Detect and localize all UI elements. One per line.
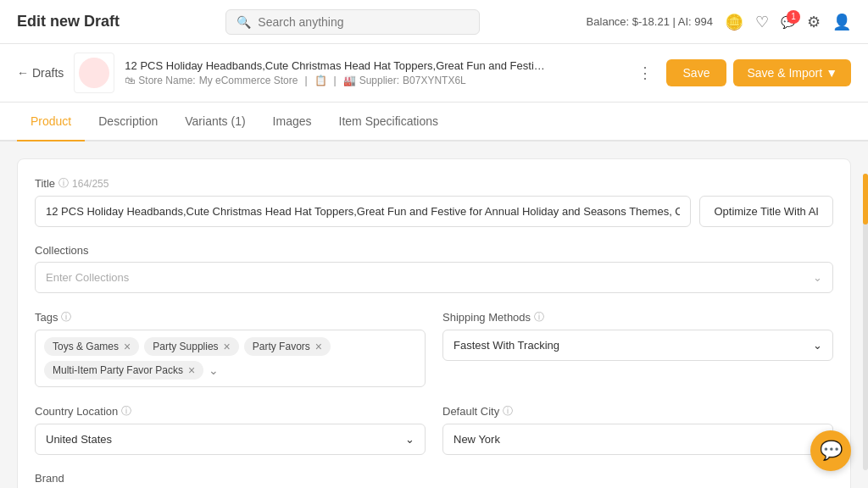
tag-multi-item: Multi-Item Party Favor Packs × — [44, 361, 203, 380]
supplier-id: B07XYNTX6L — [403, 75, 466, 86]
balance-text: Balance: $-18.21 | AI: 994 — [587, 15, 713, 28]
tag-label: Party Favors — [253, 341, 310, 352]
scroll-thumb[interactable] — [863, 174, 868, 225]
tags-group: Tags ⓘ Toys & Games × Party Supplies × P… — [35, 310, 426, 387]
search-icon: 🔍 — [236, 15, 251, 29]
city-group: Default City ⓘ — [442, 404, 833, 455]
header: Edit new Draft 🔍 Balance: $-18.21 | AI: … — [0, 0, 868, 44]
notification-count: 1 — [787, 10, 800, 24]
title-row: Optimize Title With AI — [35, 196, 833, 227]
city-input[interactable] — [442, 424, 833, 455]
title-info-icon: ⓘ — [58, 176, 69, 191]
country-select[interactable]: United States ⌄ — [35, 424, 426, 455]
tag-label: Party Supplies — [153, 341, 218, 352]
page-title: Edit new Draft — [17, 13, 120, 30]
tab-product[interactable]: Product — [17, 103, 85, 141]
collections-input[interactable]: Enter Collections ⌄ — [35, 262, 833, 293]
search-bar[interactable]: 🔍 — [225, 9, 480, 35]
tag-remove-button[interactable]: × — [188, 364, 195, 376]
chevron-down-icon: ⌄ — [813, 339, 822, 352]
user-icon[interactable]: 👤 — [832, 13, 851, 31]
country-label-row: Country Location ⓘ — [35, 404, 426, 419]
copy-icon[interactable]: 📋 — [314, 75, 327, 86]
store-info: 🛍 Store Name: My eCommerce Store — [125, 75, 298, 86]
shipping-info-icon: ⓘ — [534, 310, 544, 324]
meta-divider: | — [304, 75, 307, 86]
chevron-down-icon: ⌄ — [813, 271, 822, 284]
city-label-row: Default City ⓘ — [442, 404, 833, 419]
country-city-row: Country Location ⓘ United States ⌄ Defau… — [35, 404, 833, 472]
tags-container[interactable]: Toys & Games × Party Supplies × Party Fa… — [35, 330, 426, 387]
country-group: Country Location ⓘ United States ⌄ — [35, 404, 426, 455]
svg-point-0 — [79, 58, 109, 88]
product-form: Title ⓘ 164/255 Optimize Title With AI C… — [17, 158, 851, 488]
header-left: Edit new Draft — [17, 13, 120, 30]
city-label: Default City — [442, 405, 499, 418]
scrollbar[interactable] — [863, 174, 868, 470]
credit-icon[interactable]: 🪙 — [725, 13, 743, 31]
tag-remove-button[interactable]: × — [224, 341, 231, 352]
tags-info-icon: ⓘ — [61, 310, 71, 324]
tag-label: Toys & Games — [53, 341, 119, 352]
more-options-button[interactable]: ⋮ — [631, 60, 659, 86]
brand-label: Brand — [35, 472, 833, 485]
optimize-title-button[interactable]: Optimize Title With AI — [699, 196, 833, 227]
shipping-group: Shipping Methods ⓘ Fastest With Tracking… — [442, 310, 833, 387]
draft-meta: 🛍 Store Name: My eCommerce Store | 📋 | 🏭… — [125, 75, 548, 86]
tags-label-row: Tags ⓘ — [35, 310, 426, 324]
sub-header: ← Drafts 🎄 12 PCS Holiday Headbands,Cute… — [0, 44, 868, 103]
collections-label: Collections — [35, 244, 833, 257]
title-label: Title — [35, 177, 55, 190]
tag-remove-button[interactable]: × — [315, 341, 322, 352]
country-label: Country Location — [35, 405, 118, 418]
store-name: My eCommerce Store — [199, 75, 298, 86]
title-label-row: Title ⓘ 164/255 — [35, 176, 833, 191]
product-image: 🎄 — [77, 56, 111, 90]
header-right: Balance: $-18.21 | AI: 994 🪙 ♡ 💬 1 ⚙ 👤 — [587, 13, 851, 31]
title-input[interactable] — [35, 196, 691, 227]
back-arrow-icon: ← — [17, 66, 29, 80]
tags-shipping-row: Tags ⓘ Toys & Games × Party Supplies × P… — [35, 310, 833, 404]
store-label: Store Name: — [138, 75, 195, 86]
collections-placeholder: Enter Collections — [46, 271, 129, 284]
product-thumbnail: 🎄 — [74, 53, 114, 93]
tab-item-specifications[interactable]: Item Specifications — [326, 103, 453, 141]
city-info-icon: ⓘ — [503, 404, 513, 419]
collections-group: Collections Enter Collections ⌄ — [35, 244, 833, 293]
tab-description[interactable]: Description — [85, 103, 171, 141]
back-button[interactable]: ← Drafts — [17, 66, 64, 80]
sub-header-left: ← Drafts 🎄 12 PCS Holiday Headbands,Cute… — [17, 53, 548, 93]
tags-more-button[interactable]: ⌄ — [209, 363, 219, 377]
tag-party-favors: Party Favors × — [244, 337, 331, 356]
chevron-down-icon: ▼ — [826, 66, 837, 80]
tag-party-supplies: Party Supplies × — [144, 337, 239, 356]
draft-info: 12 PCS Holiday Headbands,Cute Christmas … — [125, 59, 548, 86]
chat-bubble-button[interactable]: 💬 — [810, 430, 851, 471]
main-content: Title ⓘ 164/255 Optimize Title With AI C… — [0, 141, 868, 488]
search-input[interactable] — [258, 15, 469, 29]
tags-label: Tags — [35, 311, 58, 324]
tag-remove-button[interactable]: × — [124, 341, 131, 352]
heart-icon[interactable]: ♡ — [755, 13, 769, 31]
tabs: Product Description Variants (1) Images … — [0, 103, 868, 141]
save-button[interactable]: Save — [666, 59, 727, 86]
chat-icon: 💬 — [820, 440, 843, 462]
notification-badge[interactable]: 💬 1 — [781, 15, 795, 29]
shipping-label-row: Shipping Methods ⓘ — [442, 310, 833, 324]
supplier-label: Supplier: — [359, 75, 399, 86]
country-value: United States — [46, 433, 112, 446]
meta-divider2: | — [334, 75, 337, 86]
shipping-select[interactable]: Fastest With Tracking ⌄ — [442, 330, 833, 361]
settings-icon[interactable]: ⚙ — [807, 13, 821, 31]
chevron-down-icon: ⌄ — [405, 433, 415, 446]
brand-group: Brand — [35, 472, 833, 488]
drafts-label: Drafts — [32, 66, 64, 80]
tab-images[interactable]: Images — [259, 103, 326, 141]
sub-header-right: ⋮ Save Save & Import ▼ — [631, 59, 851, 86]
supplier-icon: 🏭 — [343, 75, 356, 86]
draft-title: 12 PCS Holiday Headbands,Cute Christmas … — [125, 59, 548, 72]
shipping-value: Fastest With Tracking — [453, 339, 559, 352]
save-import-button[interactable]: Save & Import ▼ — [733, 59, 851, 86]
tag-toys-games: Toys & Games × — [44, 337, 139, 356]
tab-variants[interactable]: Variants (1) — [171, 103, 259, 141]
